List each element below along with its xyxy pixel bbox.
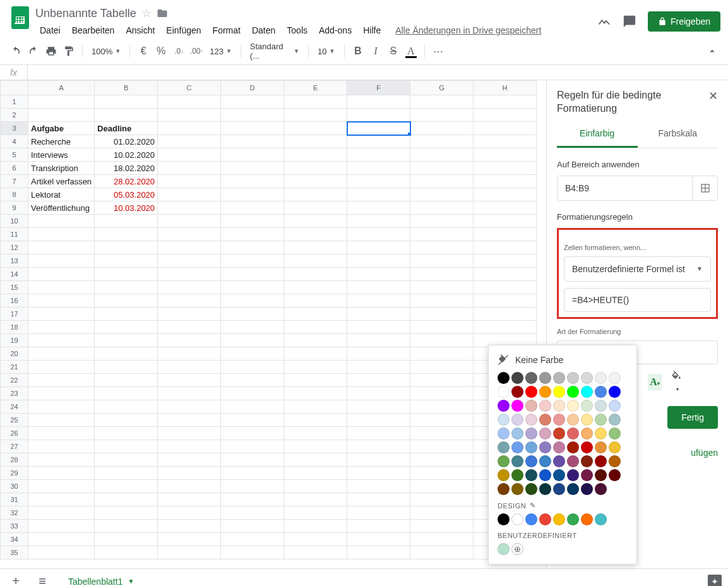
row-header-32[interactable]: 32	[1, 506, 28, 520]
cell-B4[interactable]: 01.02.2020	[95, 135, 158, 148]
cell-B21[interactable]	[95, 361, 158, 374]
menu-bearbeiten[interactable]: Bearbeiten	[68, 23, 119, 38]
cell-C16[interactable]	[158, 294, 221, 308]
cell-C34[interactable]	[158, 533, 221, 546]
cell-H1[interactable]	[474, 95, 537, 109]
activity-icon[interactable]	[597, 15, 611, 28]
row-header-27[interactable]: 27	[1, 440, 28, 453]
cell-F30[interactable]	[347, 480, 410, 493]
row-header-9[interactable]: 9	[1, 201, 28, 215]
cell-G12[interactable]	[410, 241, 474, 254]
row-header-7[interactable]: 7	[1, 175, 28, 188]
cell-D8[interactable]	[221, 188, 284, 201]
swatch-000000[interactable]	[498, 372, 510, 384]
cell-G8[interactable]	[410, 188, 474, 201]
row-header-23[interactable]: 23	[1, 387, 28, 400]
cell-C32[interactable]	[158, 506, 221, 520]
decrease-decimal-icon[interactable]: .0↓	[170, 43, 187, 59]
cell-E21[interactable]	[284, 361, 347, 374]
swatch-cccccc[interactable]	[567, 372, 579, 384]
row-header-3[interactable]: 3	[1, 122, 28, 135]
swatch-f4cccc[interactable]	[539, 400, 551, 412]
swatch-45818e[interactable]	[511, 455, 523, 467]
cell-F34[interactable]	[347, 533, 410, 546]
sheet-tab[interactable]: Tabellenblatt1 ▼	[59, 570, 143, 587]
cell-A18[interactable]	[28, 321, 95, 334]
cell-C10[interactable]	[158, 215, 221, 228]
swatch-073763[interactable]	[567, 483, 579, 495]
cell-C13[interactable]	[158, 254, 221, 268]
swatch-ff0000[interactable]	[525, 386, 537, 398]
cell-C12[interactable]	[158, 241, 221, 254]
cell-G25[interactable]	[410, 414, 474, 427]
cell-A13[interactable]	[28, 254, 95, 268]
cell-B33[interactable]	[95, 520, 158, 533]
cell-G22[interactable]	[410, 374, 474, 387]
cell-E14[interactable]	[284, 268, 347, 281]
cell-F7[interactable]	[347, 175, 410, 188]
cell-E22[interactable]	[284, 374, 347, 387]
fill-color-button[interactable]: ▾	[671, 371, 684, 393]
cell-F27[interactable]	[347, 440, 410, 453]
cell-A27[interactable]	[28, 440, 95, 453]
cell-H16[interactable]	[474, 294, 537, 308]
cell-G1[interactable]	[410, 95, 474, 109]
cell-A34[interactable]	[28, 533, 95, 546]
row-header-11[interactable]: 11	[1, 228, 28, 241]
row-header-30[interactable]: 30	[1, 480, 28, 493]
cell-A26[interactable]	[28, 427, 95, 440]
swatch-f6b26b[interactable]	[581, 428, 593, 440]
cell-E18[interactable]	[284, 321, 347, 334]
document-title[interactable]: Unbenannte Tabelle	[35, 7, 136, 20]
row-header-10[interactable]: 10	[1, 215, 28, 228]
cell-F19[interactable]	[347, 334, 410, 347]
swatch-bf9000[interactable]	[498, 469, 510, 481]
cell-C6[interactable]	[158, 162, 221, 175]
cell-G28[interactable]	[410, 453, 474, 467]
cell-E3[interactable]	[284, 122, 347, 135]
cell-C30[interactable]	[158, 480, 221, 493]
cell-F21[interactable]	[347, 361, 410, 374]
cell-C17[interactable]	[158, 308, 221, 321]
swatch-b45f06[interactable]	[609, 455, 621, 467]
cell-H5[interactable]	[474, 148, 537, 162]
cell-A14[interactable]	[28, 268, 95, 281]
range-input[interactable]	[558, 183, 692, 193]
cell-D33[interactable]	[221, 520, 284, 533]
cell-E32[interactable]	[284, 506, 347, 520]
cell-D22[interactable]	[221, 374, 284, 387]
cell-E12[interactable]	[284, 241, 347, 254]
cell-D29[interactable]	[221, 467, 284, 480]
cell-E8[interactable]	[284, 188, 347, 201]
cell-C25[interactable]	[158, 414, 221, 427]
swatch-6aa84f[interactable]	[498, 455, 510, 467]
swatch-b7b7b7[interactable]	[553, 372, 565, 384]
cell-A23[interactable]	[28, 387, 95, 400]
cell-E2[interactable]	[284, 109, 347, 122]
swatch-783f04[interactable]	[498, 483, 510, 495]
cell-B27[interactable]	[95, 440, 158, 453]
cell-D12[interactable]	[221, 241, 284, 254]
strikethrough-icon[interactable]: S	[385, 43, 402, 59]
cell-E34[interactable]	[284, 533, 347, 546]
row-header-25[interactable]: 25	[1, 414, 28, 427]
cell-H13[interactable]	[474, 254, 537, 268]
cell-E33[interactable]	[284, 520, 347, 533]
cell-F29[interactable]	[347, 467, 410, 480]
cell-A25[interactable]	[28, 414, 95, 427]
cell-F35[interactable]	[347, 546, 410, 559]
currency-euro-icon[interactable]: €	[135, 43, 152, 59]
swatch-ffff00[interactable]	[553, 386, 565, 398]
col-header-B[interactable]: B	[95, 81, 158, 95]
cell-E26[interactable]	[284, 427, 347, 440]
cell-C22[interactable]	[158, 374, 221, 387]
swatch-d9ead3[interactable]	[581, 400, 593, 412]
cell-B26[interactable]	[95, 427, 158, 440]
cell-H8[interactable]	[474, 188, 537, 201]
cell-H6[interactable]	[474, 162, 537, 175]
cell-F5[interactable]	[347, 148, 410, 162]
cell-E7[interactable]	[284, 175, 347, 188]
cell-A10[interactable]	[28, 215, 95, 228]
cell-A2[interactable]	[28, 109, 95, 122]
sheets-logo[interactable]	[8, 5, 33, 30]
